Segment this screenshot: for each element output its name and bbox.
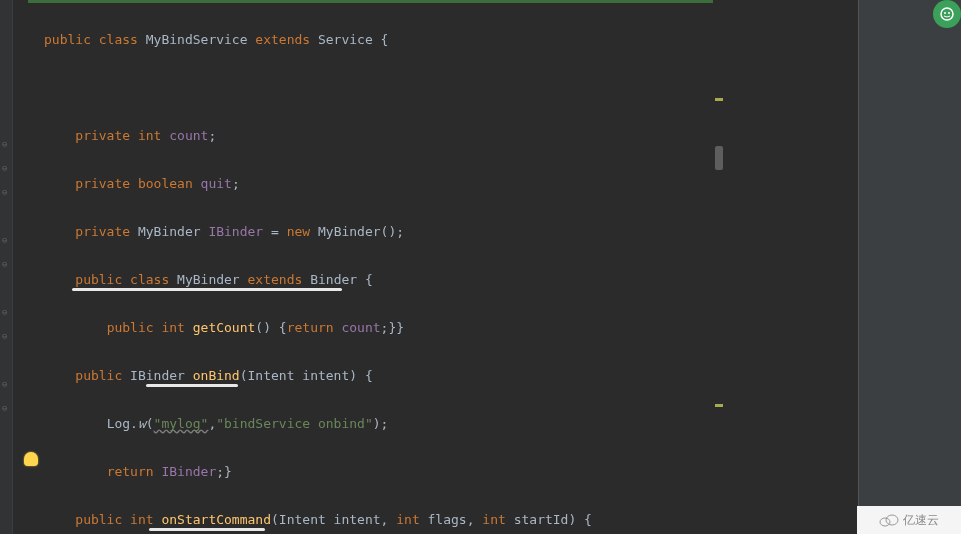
fold-marker[interactable]: ⊖ bbox=[2, 308, 11, 317]
p: startId) { bbox=[506, 512, 592, 527]
type: IBinder bbox=[130, 368, 185, 383]
c: , bbox=[467, 512, 483, 527]
kw: private bbox=[75, 224, 130, 239]
kw: class bbox=[99, 32, 138, 47]
kw: boolean bbox=[138, 176, 193, 191]
string: "mylog" bbox=[154, 416, 209, 431]
type: Service bbox=[318, 32, 373, 47]
class-name: MyBindService bbox=[146, 32, 248, 47]
fold-marker[interactable]: ⊖ bbox=[2, 188, 11, 197]
kw: private bbox=[75, 176, 130, 191]
scroll-warning-marker[interactable] bbox=[715, 98, 723, 101]
sig: (Intent intent) { bbox=[240, 368, 373, 383]
watermark-text: 亿速云 bbox=[903, 512, 939, 529]
eq: = bbox=[263, 224, 286, 239]
fold-marker[interactable]: ⊖ bbox=[2, 164, 11, 173]
p: ( bbox=[146, 416, 154, 431]
field: IBinder bbox=[208, 224, 263, 239]
kw: int bbox=[396, 512, 419, 527]
kw: public bbox=[75, 512, 122, 527]
kw: public bbox=[75, 272, 122, 287]
scroll-warning-marker[interactable] bbox=[715, 404, 723, 407]
semi: ; bbox=[396, 224, 404, 239]
fold-marker[interactable]: ⊖ bbox=[2, 380, 11, 389]
assistant-float-icon[interactable] bbox=[933, 0, 961, 28]
code-content[interactable]: public class MyBindService extends Servi… bbox=[28, 0, 858, 534]
method: onBind bbox=[193, 368, 240, 383]
kw: extends bbox=[255, 32, 310, 47]
field: count bbox=[169, 128, 208, 143]
kw: class bbox=[130, 272, 169, 287]
field: quit bbox=[201, 176, 232, 191]
field: count bbox=[341, 320, 380, 335]
kw: int bbox=[161, 320, 184, 335]
gutter[interactable]: ⊖ ⊖ ⊖ ⊖ ⊖ ⊖ ⊖ ⊖ ⊖ bbox=[0, 0, 13, 534]
kw: extends bbox=[248, 272, 303, 287]
dot: . bbox=[130, 416, 138, 431]
kw: public bbox=[107, 320, 154, 335]
kw: public bbox=[75, 368, 122, 383]
kw: int bbox=[138, 128, 161, 143]
fold-marker[interactable]: ⊖ bbox=[2, 260, 11, 269]
brace: { bbox=[357, 272, 373, 287]
kw: return bbox=[107, 464, 154, 479]
end: ;}} bbox=[381, 320, 404, 335]
fold-marker[interactable]: ⊖ bbox=[2, 236, 11, 245]
kw: new bbox=[287, 224, 310, 239]
kw: int bbox=[482, 512, 505, 527]
svg-point-4 bbox=[886, 515, 898, 525]
field: IBinder bbox=[161, 464, 216, 479]
method: onStartCommand bbox=[161, 512, 271, 527]
brace: { bbox=[373, 32, 389, 47]
fold-marker[interactable]: ⊖ bbox=[2, 140, 11, 149]
kw: return bbox=[287, 320, 334, 335]
scrollbar-track[interactable] bbox=[713, 0, 725, 534]
watermark: 亿速云 bbox=[857, 506, 961, 534]
type: Binder bbox=[310, 272, 357, 287]
kw: private bbox=[75, 128, 130, 143]
end: ;} bbox=[216, 464, 232, 479]
scrollbar-thumb[interactable] bbox=[715, 146, 723, 170]
intention-bulb-icon[interactable] bbox=[24, 452, 38, 466]
method: getCount bbox=[193, 320, 256, 335]
cls: Log bbox=[107, 416, 130, 431]
hand-annotation bbox=[149, 528, 265, 531]
fold-marker[interactable]: ⊖ bbox=[2, 404, 11, 413]
p: ) bbox=[373, 416, 381, 431]
kw: int bbox=[130, 512, 153, 527]
fold-marker[interactable]: ⊖ bbox=[2, 332, 11, 341]
hand-annotation bbox=[146, 384, 238, 387]
string: "bindService onbind" bbox=[216, 416, 373, 431]
p: flags bbox=[420, 512, 467, 527]
class-name: MyBinder bbox=[177, 272, 240, 287]
semi: ; bbox=[381, 416, 389, 431]
svg-point-1 bbox=[944, 12, 946, 14]
svg-point-0 bbox=[941, 8, 953, 20]
kw: public bbox=[44, 32, 91, 47]
code-editor: ⊖ ⊖ ⊖ ⊖ ⊖ ⊖ ⊖ ⊖ ⊖ public class MyBindSer… bbox=[0, 0, 961, 534]
paren: () { bbox=[255, 320, 286, 335]
semi: ; bbox=[208, 128, 216, 143]
p: (Intent intent bbox=[271, 512, 381, 527]
svg-point-3 bbox=[880, 518, 890, 526]
semi: ; bbox=[232, 176, 240, 191]
hand-annotation bbox=[72, 288, 342, 291]
right-panel bbox=[858, 0, 961, 534]
ctor: MyBinder() bbox=[310, 224, 396, 239]
type: MyBinder bbox=[138, 224, 201, 239]
c: , bbox=[381, 512, 397, 527]
static-method: w bbox=[138, 416, 146, 431]
svg-point-2 bbox=[948, 12, 950, 14]
